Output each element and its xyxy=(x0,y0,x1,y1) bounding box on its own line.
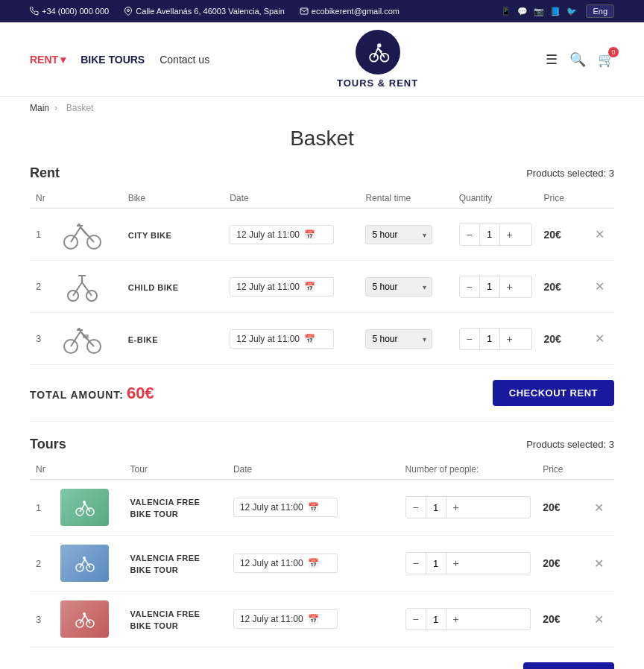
rent-total-row: TOTAL AMOUNT: 60€ CHECKOUT RENT xyxy=(30,380,614,406)
tours-total-row: TOTAL AMOUNT: 60€ CHECKOUT xyxy=(30,662,614,669)
qty-increase[interactable]: + xyxy=(500,224,520,245)
search-icon[interactable]: 🔍 xyxy=(569,51,586,68)
qty-decrease[interactable]: − xyxy=(460,224,479,245)
chevron-down-icon: ▾ xyxy=(60,54,66,66)
breadcrumb-separator: › xyxy=(54,103,60,113)
calendar-icon: 📅 xyxy=(308,558,319,568)
breadcrumb-home[interactable]: Main xyxy=(30,103,49,113)
col-tour-img xyxy=(54,460,124,480)
qty-decrease[interactable]: − xyxy=(460,329,479,349)
rental-select[interactable]: 5 hour3 hour1 hour xyxy=(365,329,432,349)
tour-thumbnail xyxy=(60,600,109,638)
qty-input[interactable] xyxy=(426,497,446,518)
header-icons: ☰ 🔍 🛒 0 xyxy=(546,51,614,68)
item-name: VALENCIA FREE BIKE TOUR xyxy=(124,480,227,536)
remove-button[interactable]: ✕ xyxy=(595,332,604,346)
remove-button[interactable]: ✕ xyxy=(595,279,604,294)
rental-select[interactable]: 5 hour3 hour1 hour xyxy=(365,277,432,297)
date-field[interactable]: 12 July at 11:00 📅 xyxy=(227,536,400,592)
date-field[interactable]: 12 July at 11:00 📅 xyxy=(224,313,359,365)
top-bar-right: 📱 💬 📷 📘 🐦 Eng xyxy=(501,4,614,18)
tour-image xyxy=(54,592,124,647)
cart-button[interactable]: 🛒 0 xyxy=(598,51,614,68)
qty-decrease[interactable]: − xyxy=(406,553,426,574)
quantity-control: − + xyxy=(453,261,538,313)
qty-increase[interactable]: + xyxy=(500,276,520,297)
qty-increase[interactable]: + xyxy=(446,497,466,518)
quantity-control: − + xyxy=(400,480,537,536)
remove-cell: ✕ xyxy=(588,480,614,536)
top-bar-phone: +34 (000) 000 000 xyxy=(30,7,109,16)
bike-image xyxy=(54,313,122,365)
header: RENT ▾ BIKE TOURS Contact us TOURS & REN… xyxy=(0,22,644,97)
rental-time-select[interactable]: 5 hour3 hour1 hour xyxy=(359,261,452,313)
checkout-rent-button[interactable]: CHECKOUT RENT xyxy=(493,380,614,406)
breadcrumb: Main › Basket xyxy=(0,97,644,119)
col-date: Date xyxy=(227,460,400,480)
rental-time-select[interactable]: 5 hour3 hour1 hour xyxy=(359,313,452,365)
qty-decrease[interactable]: − xyxy=(460,276,479,297)
section-divider xyxy=(30,421,614,422)
svg-rect-15 xyxy=(83,334,89,338)
quantity-control: − + xyxy=(400,592,537,647)
row-nr: 2 xyxy=(30,536,54,592)
main-content: Rent Products selected: 3 Nr Bike Date R… xyxy=(0,165,644,669)
row-nr: 1 xyxy=(30,209,54,261)
checkout-tours-button[interactable]: CHECKOUT xyxy=(523,662,614,669)
rental-select[interactable]: 5 hour3 hour1 hour xyxy=(365,225,432,244)
remove-cell: ✕ xyxy=(589,209,614,261)
svg-point-24 xyxy=(83,612,86,615)
rent-total-left: TOTAL AMOUNT: 60€ xyxy=(30,384,154,403)
table-row: 3 xyxy=(30,313,614,365)
remove-button[interactable]: ✕ xyxy=(594,557,604,571)
top-bar-address: Calle Avellanás 6, 46003 Valencia, Spain xyxy=(124,7,285,16)
qty-increase[interactable]: + xyxy=(446,553,466,574)
quantity-control: − + xyxy=(453,313,538,365)
menu-icon[interactable]: ☰ xyxy=(546,51,558,68)
col-price: Price xyxy=(538,188,589,209)
bike-image xyxy=(54,261,122,313)
language-button[interactable]: Eng xyxy=(586,4,614,18)
item-price: 20€ xyxy=(538,313,589,365)
date-field[interactable]: 12 July at 11:00 📅 xyxy=(227,480,400,536)
calendar-icon: 📅 xyxy=(304,334,315,344)
svg-point-0 xyxy=(127,10,130,12)
date-field[interactable]: 12 July at 11:00 📅 xyxy=(227,592,400,647)
remove-cell: ✕ xyxy=(588,592,614,647)
top-bar-email: ecobikerent@gmail.com xyxy=(300,7,400,16)
remove-button[interactable]: ✕ xyxy=(594,501,604,515)
date-field[interactable]: 12 July at 11:00 📅 xyxy=(224,261,359,313)
nav-rent[interactable]: RENT ▾ xyxy=(30,54,66,66)
col-nr: Nr xyxy=(30,460,54,480)
remove-button[interactable]: ✕ xyxy=(594,612,604,627)
rent-table: Nr Bike Date Rental time Quantity Price … xyxy=(30,188,614,365)
tours-total-amount: 60€ xyxy=(127,666,154,670)
qty-input[interactable] xyxy=(479,224,500,245)
nav-bike-tours[interactable]: BIKE TOURS xyxy=(80,54,145,66)
tours-total-left: TOTAL AMOUNT: 60€ xyxy=(30,666,154,670)
svg-point-14 xyxy=(78,328,80,331)
qty-decrease[interactable]: − xyxy=(406,609,426,630)
rental-time-select[interactable]: 5 hour3 hour1 hour xyxy=(359,209,452,261)
top-bar-left: +34 (000) 000 000 Calle Avellanás 6, 460… xyxy=(30,7,400,16)
qty-input[interactable] xyxy=(479,276,500,297)
cart-badge: 0 xyxy=(608,47,619,57)
qty-decrease[interactable]: − xyxy=(406,497,426,518)
rent-total-label: TOTAL AMOUNT: xyxy=(30,389,124,401)
qty-increase[interactable]: + xyxy=(500,329,520,349)
nav-contact[interactable]: Contact us xyxy=(160,54,209,66)
logo-icon xyxy=(356,30,400,74)
tours-section: Tours Products selected: 3 Nr Tour Date … xyxy=(30,437,614,669)
col-price: Price xyxy=(537,460,588,480)
qty-input[interactable] xyxy=(426,609,446,630)
qty-increase[interactable]: + xyxy=(446,609,466,630)
svg-point-7 xyxy=(68,291,78,301)
svg-point-21 xyxy=(83,557,86,559)
remove-button[interactable]: ✕ xyxy=(595,227,604,241)
qty-input[interactable] xyxy=(479,329,500,349)
quantity-control: − + xyxy=(400,536,537,592)
rent-total-amount: 60€ xyxy=(127,384,154,402)
item-price: 20€ xyxy=(537,480,588,536)
date-field[interactable]: 12 July at 11:00 📅 xyxy=(224,209,359,261)
qty-input[interactable] xyxy=(426,553,446,574)
